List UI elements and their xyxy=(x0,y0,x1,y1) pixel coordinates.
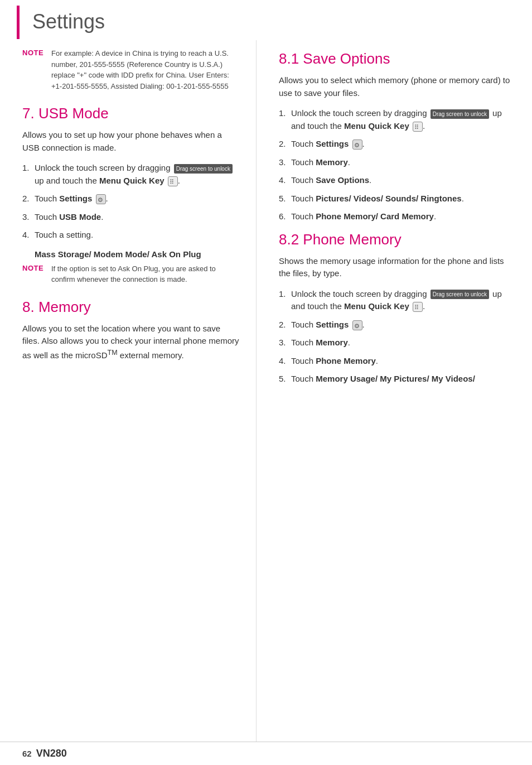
step8-1-2: 2. Touch Settings . xyxy=(279,138,515,151)
step7-1-num: 1. xyxy=(22,162,35,175)
menu-key-icon-8-1-1 xyxy=(413,122,423,132)
note-text-1: For example: A device in China is trying… xyxy=(51,48,239,92)
usb-mode-bold: USB Mode xyxy=(59,212,101,222)
drag-badge-7-1: Drag screen to unlock xyxy=(174,164,233,174)
section7-body: Allows you to set up how your phone beha… xyxy=(22,129,239,154)
step8-2-4: 4. Touch Phone Memory. xyxy=(279,355,515,368)
drag-badge-8-2-1: Drag screen to unlock xyxy=(431,290,489,299)
step8-2-2-content: Touch Settings . xyxy=(291,319,515,331)
step8-1-4-content: Touch Save Options. xyxy=(291,174,515,187)
step7-3-num: 3. xyxy=(22,211,35,224)
page-header: Settings xyxy=(0,0,532,40)
menu-quick-key-8-1-1: Menu Quick Key xyxy=(344,121,409,131)
right-column: 8.1 Save Options Allows you to select wh… xyxy=(257,40,532,742)
step8-1-1: 1. Unlock the touch screen by dragging D… xyxy=(279,107,515,132)
step8-1-5-num: 5. xyxy=(279,193,291,205)
settings-icon-8-2-2 xyxy=(352,320,362,330)
section7-heading: 7. USB Mode xyxy=(22,105,239,122)
section7-steps: 1. Unlock the touch screen by dragging D… xyxy=(22,162,239,242)
page-title: Settings xyxy=(32,10,105,33)
note-label-1: NOTE xyxy=(22,48,51,92)
memory-bold-8-1-3: Memory xyxy=(316,157,348,167)
step7-4-num: 4. xyxy=(22,229,35,242)
page-footer: 62 VN280 xyxy=(0,742,532,765)
step8-2-2-num: 2. xyxy=(279,319,291,331)
section8-2-heading: 8.2 Phone Memory xyxy=(279,231,515,248)
section8-1-steps: 1. Unlock the touch screen by dragging D… xyxy=(279,107,515,223)
settings-bold-8-2-2: Settings xyxy=(316,320,349,329)
footer-page-num: 62 xyxy=(22,749,32,758)
section8-heading: 8. Memory xyxy=(22,299,239,316)
step7-4: 4. Touch a setting. xyxy=(22,229,239,242)
step7-1-content: Unlock the touch screen by dragging Drag… xyxy=(35,162,239,187)
step8-1-6-num: 6. xyxy=(279,210,291,223)
step8-1-6-content: Touch Phone Memory/ Card Memory. xyxy=(291,210,515,223)
section8-2-body: Shows the memory usage information for t… xyxy=(279,255,515,280)
step8-1-3-content: Touch Memory. xyxy=(291,156,515,169)
step8-1-6: 6. Touch Phone Memory/ Card Memory. xyxy=(279,210,515,223)
sub-heading-mass-storage: Mass Storage/ Modem Mode/ Ask On Plug xyxy=(35,249,239,259)
section8-body: Allows you to set the location where you… xyxy=(22,323,239,362)
memory-usage-bold: Memory Usage/ My Pictures/ My Videos/ xyxy=(316,374,475,383)
step8-1-2-content: Touch Settings . xyxy=(291,138,515,151)
step8-2-3: 3. Touch Memory. xyxy=(279,336,515,349)
step8-2-3-content: Touch Memory. xyxy=(291,336,515,349)
page-container: Settings NOTE For example: A device in C… xyxy=(0,0,532,765)
pictures-videos-bold: Pictures/ Videos/ Sounds/ Ringtones xyxy=(316,194,461,203)
step8-2-3-num: 3. xyxy=(279,336,291,349)
step7-3-content: Touch USB Mode. xyxy=(35,211,239,224)
note-block-1: NOTE For example: A device in China is t… xyxy=(22,48,239,92)
step8-2-1-content: Unlock the touch screen by dragging Drag… xyxy=(291,288,515,313)
menu-quick-key-7-1: Menu Quick Key xyxy=(99,176,165,185)
settings-icon-8-1-2 xyxy=(352,139,362,150)
content-area: NOTE For example: A device in China is t… xyxy=(0,40,532,742)
note-block-2: NOTE If the option is set to Ask On Plug… xyxy=(22,263,239,285)
save-options-bold: Save Options xyxy=(316,175,369,185)
settings-icon-7-2 xyxy=(96,194,106,204)
section8-2-steps: 1. Unlock the touch screen by dragging D… xyxy=(279,288,515,386)
step7-4-content: Touch a setting. xyxy=(35,229,239,242)
step8-2-5-content: Touch Memory Usage/ My Pictures/ My Vide… xyxy=(291,373,515,386)
header-accent-bar xyxy=(17,6,20,39)
step8-1-5: 5. Touch Pictures/ Videos/ Sounds/ Ringt… xyxy=(279,193,515,205)
menu-quick-key-8-2-1: Menu Quick Key xyxy=(344,301,409,311)
step8-1-4: 4. Touch Save Options. xyxy=(279,174,515,187)
note-text-2: If the option is set to Ask On Plug, you… xyxy=(51,263,239,285)
step8-2-2: 2. Touch Settings . xyxy=(279,319,515,331)
step8-2-4-num: 4. xyxy=(279,355,291,368)
drag-badge-8-1-1: Drag screen to unlock xyxy=(431,109,489,119)
step8-1-1-num: 1. xyxy=(279,107,291,120)
phone-memory-bold-8-2-4: Phone Memory xyxy=(316,356,376,365)
step7-2: 2. Touch Settings . xyxy=(22,193,239,205)
left-column: NOTE For example: A device in China is t… xyxy=(0,40,257,742)
phone-card-memory-bold: Phone Memory/ Card Memory xyxy=(316,211,434,221)
note-label-2: NOTE xyxy=(22,263,51,285)
step7-1: 1. Unlock the touch screen by dragging D… xyxy=(22,162,239,187)
memory-bold-8-2-3: Memory xyxy=(316,338,348,347)
section8-1-heading: 8.1 Save Options xyxy=(279,50,515,68)
step7-2-content: Touch Settings . xyxy=(35,193,239,205)
menu-key-icon-7-1 xyxy=(168,176,178,186)
step8-1-2-num: 2. xyxy=(279,138,291,151)
menu-key-icon-8-2-1 xyxy=(413,302,423,312)
settings-bold-8-1-2: Settings xyxy=(316,139,349,148)
step8-2-5: 5. Touch Memory Usage/ My Pictures/ My V… xyxy=(279,373,515,386)
step7-2-num: 2. xyxy=(22,193,35,205)
step8-2-1-num: 1. xyxy=(279,288,291,301)
step8-2-1: 1. Unlock the touch screen by dragging D… xyxy=(279,288,515,313)
section8-1-body: Allows you to select which memory (phone… xyxy=(279,74,515,99)
step8-1-3: 3. Touch Memory. xyxy=(279,156,515,169)
step8-1-1-content: Unlock the touch screen by dragging Drag… xyxy=(291,107,515,132)
step7-3: 3. Touch USB Mode. xyxy=(22,211,239,224)
step8-2-4-content: Touch Phone Memory. xyxy=(291,355,515,368)
footer-model: VN280 xyxy=(36,748,67,759)
step8-1-3-num: 3. xyxy=(279,156,291,169)
step8-2-5-num: 5. xyxy=(279,373,291,386)
settings-bold-7-2: Settings xyxy=(59,194,92,203)
step8-1-5-content: Touch Pictures/ Videos/ Sounds/ Ringtone… xyxy=(291,193,515,205)
step8-1-4-num: 4. xyxy=(279,174,291,187)
